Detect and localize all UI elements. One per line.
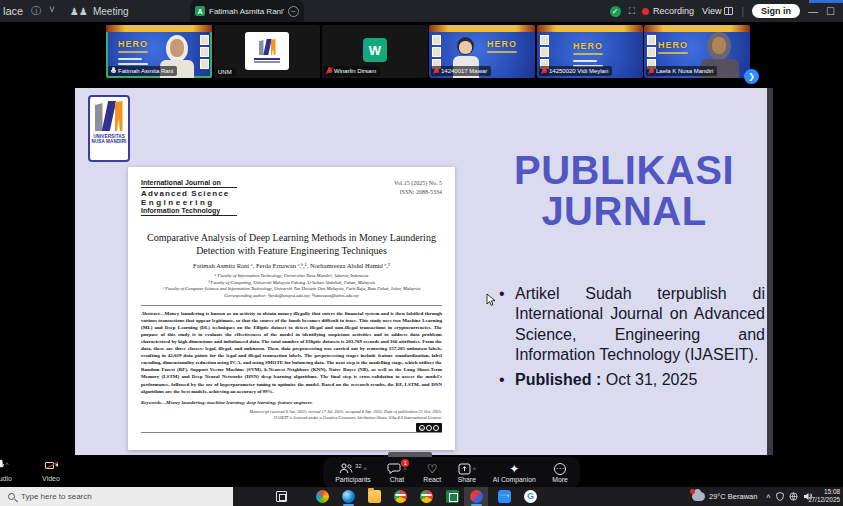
video-off-icon xyxy=(45,461,58,470)
tab-meeting[interactable]: ♟♟ Meeting xyxy=(70,0,129,22)
paper-authors: Fatimah Asmita Rani ᵃ, Ferda Ernawan ᵃ,ᵇ… xyxy=(141,262,442,269)
video-tile-fatimah[interactable]: HERO Fatimah Asmita Rani xyxy=(106,25,212,78)
sign-in-button[interactable]: Sign in xyxy=(752,4,800,18)
avatar-initial: W xyxy=(363,38,387,62)
clock-time: 15:08 xyxy=(808,488,840,496)
virtual-bg-line xyxy=(118,58,142,60)
taskbar-clock[interactable]: 15:08 17/12/2025 xyxy=(808,488,840,505)
chrome-app-icon[interactable] xyxy=(394,490,407,503)
license-line: IJASEIT is licensed under a Creative Com… xyxy=(141,415,442,421)
video-tile-mawar[interactable]: HERO 14240017 Mawar xyxy=(429,25,535,78)
shared-screen-slide: UNIVERSITAS NUSA MANDIRI PUBLIKASI JURNA… xyxy=(75,88,767,455)
virtual-bg-banner xyxy=(429,25,535,32)
slide-heading: PUBLIKASI JURNAL xyxy=(463,150,767,232)
meeting-toolbar: 32 ˄ Participants ˄ 1 Chat ♡ React ˄ Sha… xyxy=(323,457,580,488)
more-button[interactable]: ⋯ More xyxy=(552,462,568,483)
mic-muted-icon xyxy=(326,67,332,75)
affiliation-line: ᵇ Faculty of Computing, Universiti Malay… xyxy=(141,280,442,287)
file-explorer-icon[interactable] xyxy=(368,490,381,503)
mic-muted-icon xyxy=(433,67,439,75)
journal-paper-image: International Journal on Advanced Scienc… xyxy=(128,167,455,450)
chat-icon xyxy=(387,463,401,475)
virtual-bg-banner xyxy=(644,25,750,32)
minimize-window-icon[interactable]: — xyxy=(808,6,818,17)
virtual-bg-line xyxy=(118,63,148,65)
logo-text-line2: NUSA MANDIRI xyxy=(92,139,127,144)
zoom-app-icon[interactable] xyxy=(498,490,511,503)
video-tile-unm[interactable]: UNM xyxy=(214,25,320,78)
active-presentation-app-icon[interactable] xyxy=(470,490,483,503)
chrome-profile-app-icon[interactable] xyxy=(420,490,433,503)
taskbar-weather[interactable]: 29°C Berawan xyxy=(692,487,757,506)
chat-label: Chat xyxy=(390,476,404,483)
react-button[interactable]: ♡ React xyxy=(423,462,441,483)
view-button[interactable]: View xyxy=(702,6,733,16)
participant-name-tag: UNM xyxy=(216,68,236,76)
corresponding-author-line: Corresponding author: ¹ferda@umpsa.edu.m… xyxy=(141,293,442,300)
search-placeholder: Type here to search xyxy=(21,492,92,501)
recording-label: Recording xyxy=(653,6,694,16)
audio-chevron-icon[interactable]: ˄ xyxy=(5,461,9,467)
network-icon[interactable] xyxy=(789,492,798,501)
volume-line: Vol.15 (2025) No. 5 xyxy=(394,179,442,188)
topbar-right-cluster: ✓ ⛶ Recording View | Sign in — ☐ xyxy=(610,0,835,22)
video-tile-winarlin[interactable]: W Winarlin Dirsam xyxy=(322,25,428,78)
security-check-icon[interactable]: ✓ xyxy=(610,6,621,17)
audio-button[interactable]: ˄ Audio xyxy=(0,455,20,487)
chat-unread-badge: 1 xyxy=(401,459,409,467)
mic-muted-icon xyxy=(648,67,654,75)
paper-abstract: Abstract—Money laundering is known as an… xyxy=(141,310,442,395)
affiliation-line: ᶜ Faculty of Computer Science and Inform… xyxy=(141,286,442,293)
share-label: Share xyxy=(458,476,476,483)
ai-companion-button[interactable]: ✦ AI Companion xyxy=(493,462,536,483)
maximize-window-icon[interactable]: ☐ xyxy=(826,6,835,17)
rule xyxy=(141,432,442,433)
info-icon[interactable]: ⓘ xyxy=(31,4,41,18)
video-label: Video xyxy=(42,475,60,482)
participants-button[interactable]: 32 ˄ Participants xyxy=(335,462,371,483)
edge-app-icon[interactable] xyxy=(342,490,355,503)
virtual-bg-line xyxy=(573,60,597,62)
tray-chevron-icon[interactable]: ˄ xyxy=(766,492,771,501)
video-button[interactable]: Video xyxy=(34,455,68,487)
participants-chevron-icon[interactable]: ˄ xyxy=(364,466,368,472)
virtual-bg-subtitle xyxy=(118,51,148,53)
tab-screen-share[interactable]: A Fatimah Asmita Rani's screen − xyxy=(190,0,304,22)
participant-avatar: A xyxy=(195,6,205,16)
next-participants-button[interactable]: ❯ xyxy=(744,69,759,84)
minimize-share-icon[interactable]: − xyxy=(288,6,299,17)
recording-dot-icon xyxy=(642,8,649,15)
google-app-icon[interactable]: G xyxy=(524,490,537,503)
virtual-bg-banner xyxy=(537,25,643,32)
published-value: Oct 31, 2025 xyxy=(601,371,697,388)
fullscreen-icon[interactable]: ⛶ xyxy=(629,6,634,17)
copilot-app-icon[interactable] xyxy=(316,490,329,503)
more-label: More xyxy=(552,476,568,483)
chat-button[interactable]: ˄ 1 Chat xyxy=(387,462,407,483)
heart-icon: ♡ xyxy=(427,463,438,475)
chevron-down-icon[interactable]: ˅ xyxy=(49,4,55,15)
office-app-icon[interactable] xyxy=(446,490,459,503)
view-label: View xyxy=(702,6,721,16)
clock-date: 17/12/2025 xyxy=(808,496,840,504)
recording-indicator[interactable]: Recording xyxy=(642,6,694,16)
mic-on-icon xyxy=(110,67,116,75)
share-view-gutter xyxy=(767,88,773,455)
share-chevron-icon[interactable]: ˄ xyxy=(473,466,477,472)
window-title-bar: lace ⓘ ˅ ♟♟ Meeting A Fatimah Asmita Ran… xyxy=(0,0,843,22)
share-tab-label: Fatimah Asmita Rani's screen xyxy=(209,7,284,16)
university-logo: UNIVERSITAS NUSA MANDIRI xyxy=(88,95,130,162)
video-tile-vidi[interactable]: HERO 14250020 Vidi Meylan xyxy=(537,25,643,78)
virtual-bg-banner xyxy=(106,25,212,32)
participants-icon xyxy=(339,463,353,474)
background-window-title: lace xyxy=(3,5,23,17)
participant-name-tag: Fatimah Asmita Rani xyxy=(108,66,177,76)
share-button[interactable]: ˄ Share xyxy=(458,462,477,483)
taskbar-search[interactable]: Type here to search xyxy=(0,487,233,506)
paper-keywords: Keywords—Money laundering; machine learn… xyxy=(141,400,442,405)
shield-icon[interactable] xyxy=(776,492,784,501)
participant-name-tag: 14240017 Mawar xyxy=(431,66,491,76)
video-tile-laela[interactable]: HERO Laela K Nusa Mandiri xyxy=(644,25,750,78)
participant-video-strip: HERO Fatimah Asmita Rani UNM xyxy=(0,22,843,88)
task-view-icon[interactable] xyxy=(276,491,287,502)
